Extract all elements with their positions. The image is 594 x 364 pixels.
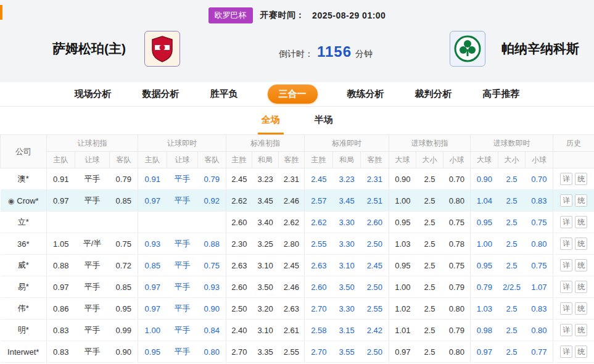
odds-cell[interactable]: 2.5 [498, 233, 526, 255]
nav-tab-2[interactable]: 数据分析 [141, 86, 181, 102]
odds-cell[interactable]: 3.45 [333, 190, 361, 212]
detail-button[interactable]: 详 [560, 259, 572, 271]
odds-cell[interactable]: 0.70 [526, 168, 553, 190]
odds-cell[interactable]: 1.03 [471, 298, 498, 320]
odds-cell[interactable]: 2.62 [305, 212, 333, 233]
odds-cell[interactable]: 2.5 [498, 168, 526, 190]
odds-cell[interactable]: 平手 [167, 341, 198, 363]
odds-cell[interactable]: 平手 [167, 190, 198, 212]
odds-cell[interactable]: 平手 [167, 233, 198, 255]
odds-cell[interactable]: 0.77 [526, 341, 553, 363]
odds-cell[interactable]: 1.04 [471, 190, 498, 212]
nav-tab-7[interactable]: 高手推荐 [482, 86, 521, 102]
odds-cell[interactable]: 2.31 [361, 168, 389, 190]
stats-button[interactable]: 统 [575, 324, 587, 336]
odds-cell[interactable]: 平手 [167, 255, 198, 276]
odds-cell[interactable]: 2.45 [305, 168, 333, 190]
odds-cell[interactable]: 3.55 [333, 341, 361, 363]
odds-cell[interactable]: 0.95 [471, 255, 498, 276]
odds-cell[interactable]: 0.90 [198, 298, 226, 320]
odds-cell[interactable]: 0.88 [198, 233, 226, 255]
odds-cell[interactable]: 2.55 [305, 233, 333, 255]
odds-cell[interactable]: 0.80 [526, 320, 553, 341]
odds-cell[interactable]: 平手 [167, 276, 198, 298]
detail-button[interactable]: 详 [560, 194, 572, 207]
odds-cell[interactable]: 2.45 [361, 255, 389, 276]
odds-cell[interactable]: 1.00 [471, 233, 498, 255]
odds-cell[interactable]: 0.98 [471, 320, 498, 341]
odds-cell[interactable]: 0.83 [526, 298, 553, 320]
odds-cell[interactable]: 2.5 [498, 320, 526, 341]
nav-tab-1[interactable]: 现场分析 [73, 86, 113, 102]
odds-cell[interactable]: 0.93 [138, 233, 167, 255]
odds-cell[interactable]: 2.55 [361, 298, 389, 320]
odds-cell[interactable]: 0.97 [138, 298, 167, 320]
odds-cell[interactable]: 3.15 [333, 320, 361, 341]
odds-cell[interactable]: 0.92 [198, 190, 226, 212]
odds-cell[interactable]: 0.97 [138, 276, 167, 298]
detail-button[interactable]: 详 [560, 302, 572, 315]
nav-tab-3[interactable]: 胜平负 [209, 86, 239, 102]
odds-cell[interactable]: 2.63 [305, 255, 333, 276]
odds-cell[interactable]: 0.93 [198, 276, 226, 298]
odds-cell[interactable]: 0.75 [526, 255, 553, 276]
odds-cell[interactable]: 3.30 [333, 298, 361, 320]
odds-cell[interactable]: 0.85 [138, 255, 167, 276]
odds-cell[interactable]: 2.5 [498, 255, 526, 276]
odds-cell[interactable]: 0.83 [526, 190, 553, 212]
odds-cell[interactable]: 0.75 [198, 255, 226, 276]
scope-tab-1[interactable]: 全场 [258, 107, 284, 134]
scope-tab-2[interactable]: 半场 [311, 107, 337, 134]
stats-button[interactable]: 统 [575, 281, 587, 293]
odds-cell[interactable]: 平手 [167, 320, 198, 341]
odds-cell[interactable]: 平手 [167, 168, 198, 190]
detail-button[interactable]: 详 [560, 173, 572, 185]
stats-button[interactable]: 统 [575, 259, 587, 271]
odds-cell[interactable]: 3.50 [333, 276, 361, 298]
odds-cell[interactable]: 0.80 [526, 233, 553, 255]
odds-cell[interactable]: 0.90 [471, 168, 498, 190]
stats-button[interactable]: 统 [575, 194, 587, 207]
odds-cell[interactable]: 0.97 [138, 190, 167, 212]
odds-cell[interactable]: 0.79 [471, 276, 498, 298]
detail-button[interactable]: 详 [560, 281, 572, 293]
nav-tab-4[interactable]: 三合一 [268, 85, 318, 104]
odds-cell[interactable]: 0.80 [198, 341, 226, 363]
stats-button[interactable]: 统 [575, 302, 587, 315]
odds-cell[interactable]: 2.5 [498, 212, 526, 233]
odds-cell[interactable]: 0.75 [526, 212, 553, 233]
odds-cell[interactable]: 0.91 [138, 168, 167, 190]
odds-cell[interactable]: 0.95 [138, 341, 167, 363]
odds-cell[interactable]: 2.58 [305, 320, 333, 341]
odds-cell[interactable]: 0.95 [471, 212, 498, 233]
odds-cell[interactable]: 3.30 [333, 212, 361, 233]
odds-cell[interactable]: 2.60 [361, 212, 389, 233]
nav-tab-6[interactable]: 裁判分析 [414, 86, 453, 102]
stats-button[interactable]: 统 [575, 345, 587, 358]
odds-cell[interactable]: 平手 [167, 298, 198, 320]
odds-cell[interactable]: 0.97 [471, 341, 498, 363]
odds-cell[interactable]: 2.5 [498, 298, 526, 320]
odds-cell[interactable]: 2.70 [305, 298, 333, 320]
odds-cell[interactable]: 1.00 [138, 320, 167, 341]
odds-cell[interactable]: 2.50 [361, 341, 389, 363]
league-badge[interactable]: 欧罗巴杯 [208, 7, 253, 23]
detail-button[interactable]: 详 [560, 324, 572, 336]
odds-cell[interactable]: 2.57 [305, 190, 333, 212]
odds-cell[interactable]: 2.5 [498, 341, 526, 363]
odds-cell[interactable]: 2.50 [361, 233, 389, 255]
odds-cell[interactable]: 2.60 [305, 276, 333, 298]
detail-button[interactable]: 详 [560, 238, 572, 250]
nav-tab-5[interactable]: 教练分析 [346, 86, 386, 102]
odds-cell[interactable]: 3.23 [333, 168, 361, 190]
odds-cell[interactable]: 2.70 [305, 341, 333, 363]
odds-cell[interactable]: 2/2.5 [498, 276, 526, 298]
stats-button[interactable]: 统 [575, 238, 587, 250]
detail-button[interactable]: 详 [560, 216, 572, 228]
odds-cell[interactable]: 2.42 [361, 320, 389, 341]
stats-button[interactable]: 统 [575, 173, 587, 185]
odds-cell[interactable]: 2.5 [498, 190, 526, 212]
odds-cell[interactable]: 3.30 [333, 233, 361, 255]
odds-cell[interactable]: 3.10 [333, 255, 361, 276]
odds-cell[interactable]: 0.84 [198, 320, 226, 341]
